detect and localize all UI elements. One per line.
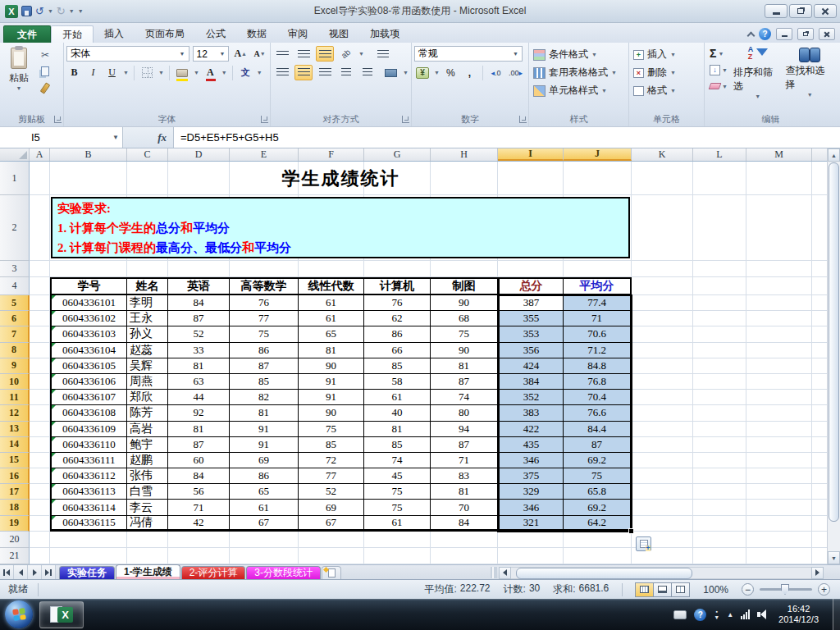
cell-I7[interactable]: 353 bbox=[498, 326, 564, 342]
sheet-tab-3-分数段统计[interactable]: 3-分数段统计 bbox=[246, 566, 321, 579]
cell-I11[interactable]: 352 bbox=[498, 390, 564, 405]
cell-G20[interactable] bbox=[364, 532, 431, 548]
format-as-table-button[interactable]: 套用表格格式▼ bbox=[532, 64, 626, 81]
cell-I13[interactable]: 422 bbox=[498, 422, 564, 437]
select-all-corner[interactable] bbox=[0, 148, 30, 161]
merge-center-dropdown-icon[interactable]: ▼ bbox=[403, 70, 409, 75]
tray-help-icon[interactable]: ? bbox=[694, 609, 706, 621]
cell-J17[interactable]: 65.8 bbox=[564, 484, 632, 500]
cell-C3[interactable] bbox=[127, 261, 168, 277]
cell-F7[interactable]: 65 bbox=[299, 326, 364, 342]
tab-页面布局[interactable]: 页面布局 bbox=[135, 25, 195, 43]
cell-F14[interactable]: 85 bbox=[299, 437, 364, 453]
cell-H8[interactable]: 90 bbox=[431, 343, 498, 358]
cell-D13[interactable]: 81 bbox=[168, 422, 230, 437]
cell-D4[interactable]: 英语 bbox=[168, 277, 230, 295]
last-sheet-button[interactable] bbox=[42, 565, 56, 579]
currency-format-button[interactable]: ¥ bbox=[414, 65, 431, 80]
cell-C10[interactable]: 周燕 bbox=[127, 374, 168, 390]
cell-M20[interactable] bbox=[746, 532, 812, 548]
tab-视图[interactable]: 视图 bbox=[318, 25, 359, 43]
cell-H6[interactable]: 68 bbox=[431, 311, 498, 326]
name-box-dropdown-icon[interactable]: ▼ bbox=[112, 134, 119, 141]
top-align-button[interactable] bbox=[273, 46, 291, 62]
cell-D14[interactable]: 87 bbox=[168, 437, 230, 453]
cell-E6[interactable]: 77 bbox=[230, 311, 299, 326]
cell-F20[interactable] bbox=[299, 532, 364, 548]
orientation-dropdown-icon[interactable]: ▼ bbox=[358, 51, 364, 57]
workbook-minimize-button[interactable] bbox=[776, 28, 792, 40]
column-header-K[interactable]: K bbox=[632, 148, 693, 161]
increase-decimal-button[interactable]: ◂.0 bbox=[488, 65, 504, 80]
cell-D19[interactable]: 42 bbox=[168, 516, 230, 532]
cell-B10[interactable]: 0604336106 bbox=[50, 374, 127, 390]
cell-G13[interactable]: 81 bbox=[364, 422, 431, 437]
row-header-5[interactable]: 5 bbox=[0, 295, 30, 311]
fill-color-dropdown-icon[interactable]: ▼ bbox=[194, 70, 199, 75]
cell-I21[interactable] bbox=[498, 548, 564, 564]
cell-G5[interactable]: 76 bbox=[364, 295, 431, 311]
cell-E3[interactable] bbox=[230, 261, 299, 277]
row-header-7[interactable]: 7 bbox=[0, 326, 30, 342]
align-left-button[interactable] bbox=[273, 65, 291, 80]
cell-D18[interactable]: 71 bbox=[168, 500, 230, 515]
column-header-L[interactable]: L bbox=[693, 148, 746, 161]
cell-C20[interactable] bbox=[127, 532, 168, 548]
cell-G17[interactable]: 75 bbox=[364, 484, 431, 500]
cell-A18[interactable] bbox=[30, 500, 50, 515]
cut-icon[interactable]: ✂ bbox=[38, 48, 52, 62]
redo-icon[interactable]: ↻ bbox=[57, 6, 66, 16]
cell-I20[interactable] bbox=[498, 532, 564, 548]
delete-cells-button[interactable]: ×删除▼ bbox=[632, 64, 701, 81]
shrink-font-button[interactable]: A▼ bbox=[252, 46, 267, 62]
cell-H21[interactable] bbox=[431, 548, 498, 564]
cell-A2[interactable] bbox=[30, 195, 50, 261]
cell-H18[interactable]: 70 bbox=[431, 500, 498, 515]
decrease-decimal-button[interactable]: .00▸ bbox=[507, 65, 524, 80]
cell-M19[interactable] bbox=[746, 516, 812, 532]
cell-D3[interactable] bbox=[168, 261, 230, 277]
cell-G14[interactable]: 85 bbox=[364, 437, 431, 453]
cell-D9[interactable]: 81 bbox=[168, 358, 230, 374]
taskbar-excel-button[interactable]: X bbox=[39, 601, 84, 628]
tab-加载项[interactable]: 加载项 bbox=[359, 25, 410, 43]
cell-A6[interactable] bbox=[30, 311, 50, 326]
cell-B20[interactable] bbox=[50, 532, 127, 548]
cell-L21[interactable] bbox=[693, 548, 746, 564]
cell-L15[interactable] bbox=[693, 453, 746, 468]
cell-K11[interactable] bbox=[632, 390, 693, 405]
row-header-4[interactable]: 4 bbox=[0, 277, 30, 295]
cell-G7[interactable]: 86 bbox=[364, 326, 431, 342]
cell-C5[interactable]: 李明 bbox=[127, 295, 168, 311]
column-header-D[interactable]: D bbox=[168, 148, 230, 161]
column-header-M[interactable]: M bbox=[746, 148, 812, 161]
cell-M7[interactable] bbox=[746, 326, 812, 342]
cell-L16[interactable] bbox=[693, 468, 746, 484]
language-bar-options-icon[interactable]: ▪▼ bbox=[714, 609, 719, 620]
row-header-17[interactable]: 17 bbox=[0, 484, 30, 500]
row-header-1[interactable]: 1 bbox=[0, 162, 30, 195]
cell-A1[interactable] bbox=[30, 162, 50, 195]
cell-G3[interactable] bbox=[364, 261, 431, 277]
cell-M15[interactable] bbox=[746, 453, 812, 468]
cell-D10[interactable]: 63 bbox=[168, 374, 230, 390]
increase-indent-button[interactable] bbox=[358, 65, 377, 80]
cell-B5[interactable]: 0604336101 bbox=[50, 295, 127, 311]
page-layout-view-button[interactable] bbox=[653, 582, 672, 597]
cell-B3[interactable] bbox=[50, 261, 127, 277]
cell-A14[interactable] bbox=[30, 437, 50, 453]
cell-F11[interactable]: 91 bbox=[299, 390, 364, 405]
customize-qat-icon[interactable]: ▼ bbox=[78, 8, 84, 14]
cell-J18[interactable]: 69.2 bbox=[564, 500, 632, 515]
cell-K1[interactable] bbox=[632, 162, 693, 195]
cell-B12[interactable]: 0604336108 bbox=[50, 405, 127, 421]
clear-button[interactable]: ▼ bbox=[707, 79, 730, 94]
tab-split-handle[interactable] bbox=[491, 567, 497, 578]
cell-M9[interactable] bbox=[746, 358, 812, 374]
vertical-scrollbar[interactable]: ▲ ▼ bbox=[827, 148, 840, 564]
cell-J4[interactable]: 平均分 bbox=[564, 277, 632, 295]
row-header-9[interactable]: 9 bbox=[0, 358, 30, 374]
sheet-tab-1-学生成绩[interactable]: 1-学生成绩 bbox=[116, 564, 180, 579]
cell-C15[interactable]: 赵鹏 bbox=[127, 453, 168, 468]
cell-J11[interactable]: 70.4 bbox=[564, 390, 632, 405]
